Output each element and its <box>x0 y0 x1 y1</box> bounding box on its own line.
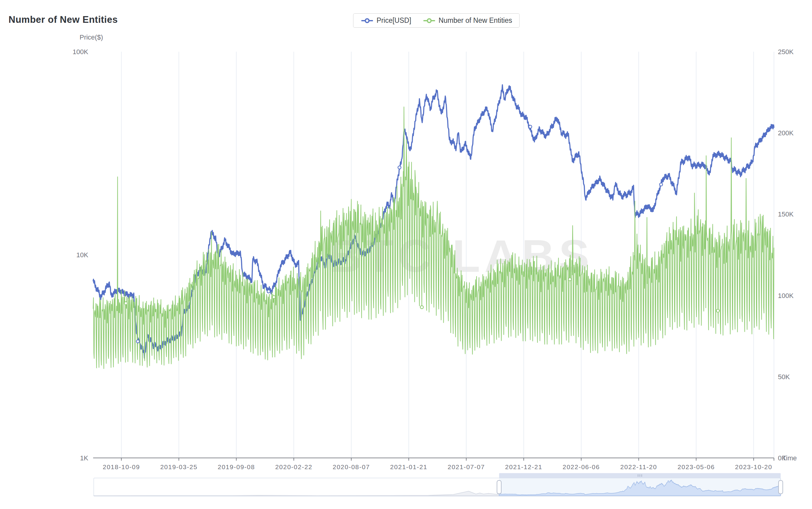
x-axis-label: 2023-05-06 <box>678 464 715 470</box>
price-point-marker[interactable] <box>267 290 270 293</box>
datazoom-handle-right[interactable] <box>779 480 783 494</box>
price-point-marker[interactable] <box>529 125 532 128</box>
x-axis-label: 2023-10-20 <box>735 464 772 470</box>
price-point-marker[interactable] <box>398 166 401 169</box>
y-axis-label-left: 1K <box>80 454 88 462</box>
x-axis-label: 2019-09-08 <box>218 464 255 470</box>
x-axis-label: 2021-07-07 <box>448 464 485 470</box>
x-axis-name: Time <box>782 454 797 462</box>
left-axis-labels: 100K10K1K <box>73 48 89 462</box>
chart-canvas[interactable]: 2018-10-092019-03-252019-09-082020-02-22… <box>0 0 812 509</box>
x-axis-label: 2020-02-22 <box>275 464 312 470</box>
chart-container: Number of New Entities Price[USD] Number… <box>0 0 812 509</box>
datazoom-handle-left[interactable] <box>497 480 501 494</box>
y-axis-label-right: 200K <box>778 129 794 137</box>
entities-line[interactable] <box>93 107 774 369</box>
entities-point-marker[interactable] <box>568 278 571 281</box>
datazoom-slider[interactable] <box>94 473 783 496</box>
x-axis: 2018-10-092019-03-252019-09-082020-02-22… <box>93 458 774 470</box>
x-axis-label: 2022-11-20 <box>620 464 657 470</box>
entities-point-marker[interactable] <box>124 302 127 305</box>
price-point-marker[interactable] <box>136 340 139 343</box>
entities-point-marker[interactable] <box>420 306 423 309</box>
entities-point-marker[interactable] <box>272 296 275 299</box>
x-axis-label: 2019-03-25 <box>160 464 197 470</box>
entities-point-marker[interactable] <box>716 309 719 312</box>
x-axis-label: 2022-06-06 <box>562 464 599 470</box>
x-axis-label: 2021-12-21 <box>505 464 542 470</box>
y-axis-label-right: 150K <box>778 210 794 218</box>
y-axis-label-left: 100K <box>73 48 89 56</box>
y-axis-label-right: 100K <box>778 292 794 300</box>
y-axis-label-right: 250K <box>778 48 794 56</box>
y-axis-label-right: 50K <box>778 373 790 381</box>
y-axis-label-left: 10K <box>76 251 88 259</box>
right-axis-labels: 250K200K150K100K50K0K <box>778 48 794 462</box>
x-axis-label: 2018-10-09 <box>103 464 140 470</box>
datazoom-selected-window[interactable] <box>499 478 781 496</box>
x-axis-label: 2021-01-21 <box>390 464 427 470</box>
price-point-marker[interactable] <box>659 183 662 186</box>
x-axis-label: 2020-08-07 <box>333 464 370 470</box>
